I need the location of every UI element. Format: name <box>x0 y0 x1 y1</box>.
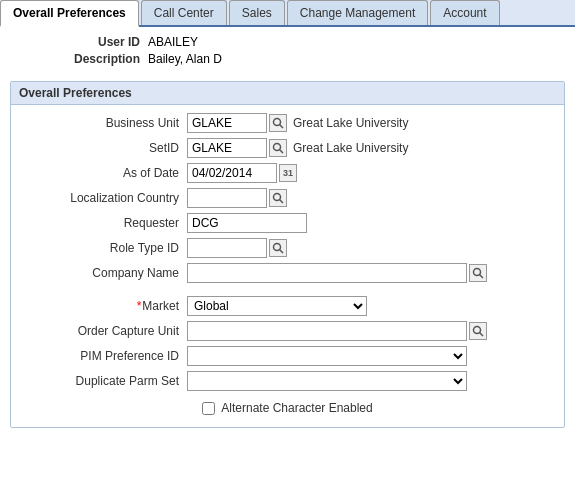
description-row: Description Bailey, Alan D <box>20 52 555 66</box>
tab-bar: Overall Preferences Call Center Sales Ch… <box>0 0 575 27</box>
as-of-date-label: As of Date <box>27 166 187 180</box>
localization-country-lookup-icon[interactable] <box>269 189 287 207</box>
localization-country-input[interactable] <box>187 188 267 208</box>
business-unit-desc: Great Lake University <box>293 116 408 130</box>
localization-country-row: Localization Country <box>27 188 548 208</box>
svg-line-3 <box>280 150 284 154</box>
calendar-icon[interactable]: 31 <box>279 164 297 182</box>
svg-point-0 <box>274 119 281 126</box>
order-capture-unit-label: Order Capture Unit <box>27 324 187 338</box>
svg-point-4 <box>274 194 281 201</box>
setid-input[interactable] <box>187 138 267 158</box>
user-id-value: ABAILEY <box>148 35 198 49</box>
svg-line-1 <box>280 125 284 129</box>
role-type-id-input[interactable] <box>187 238 267 258</box>
pim-preference-id-select[interactable] <box>187 346 467 366</box>
alternate-character-row: Alternate Character Enabled <box>27 401 548 415</box>
svg-line-9 <box>480 275 484 279</box>
company-name-lookup-icon[interactable] <box>469 264 487 282</box>
order-capture-unit-row: Order Capture Unit <box>27 321 548 341</box>
svg-line-11 <box>480 333 484 337</box>
user-id-row: User ID ABAILEY <box>20 35 555 49</box>
company-name-label: Company Name <box>27 266 187 280</box>
role-type-id-lookup-icon[interactable] <box>269 239 287 257</box>
overall-preferences-box: Overall Preferences Business Unit Great … <box>10 81 565 428</box>
description-label: Description <box>20 52 140 66</box>
svg-line-7 <box>280 250 284 254</box>
duplicate-parm-set-select[interactable] <box>187 371 467 391</box>
duplicate-parm-set-label: Duplicate Parm Set <box>27 374 187 388</box>
tab-account[interactable]: Account <box>430 0 499 25</box>
business-unit-lookup-icon[interactable] <box>269 114 287 132</box>
tab-change-management[interactable]: Change Management <box>287 0 428 25</box>
requester-row: Requester <box>27 213 548 233</box>
role-type-id-label: Role Type ID <box>27 241 187 255</box>
requester-label: Requester <box>27 216 187 230</box>
as-of-date-row: As of Date 31 <box>27 163 548 183</box>
svg-point-8 <box>474 269 481 276</box>
duplicate-parm-set-row: Duplicate Parm Set <box>27 371 548 391</box>
alternate-character-label: Alternate Character Enabled <box>221 401 372 415</box>
setid-desc: Great Lake University <box>293 141 408 155</box>
business-unit-label: Business Unit <box>27 116 187 130</box>
header-section: User ID ABAILEY Description Bailey, Alan… <box>0 27 575 75</box>
role-type-id-row: Role Type ID <box>27 238 548 258</box>
order-capture-unit-input[interactable] <box>187 321 467 341</box>
market-label: Market <box>27 299 187 313</box>
business-unit-row: Business Unit Great Lake University <box>27 113 548 133</box>
svg-point-10 <box>474 327 481 334</box>
company-name-row: Company Name <box>27 263 548 283</box>
svg-line-5 <box>280 200 284 204</box>
setid-lookup-icon[interactable] <box>269 139 287 157</box>
user-id-label: User ID <box>20 35 140 49</box>
as-of-date-input[interactable] <box>187 163 277 183</box>
setid-row: SetID Great Lake University <box>27 138 548 158</box>
localization-country-label: Localization Country <box>27 191 187 205</box>
pim-preference-id-label: PIM Preference ID <box>27 349 187 363</box>
business-unit-input[interactable] <box>187 113 267 133</box>
tab-overall-preferences[interactable]: Overall Preferences <box>0 0 139 27</box>
alternate-character-checkbox[interactable] <box>202 402 215 415</box>
svg-point-6 <box>274 244 281 251</box>
company-name-input[interactable] <box>187 263 467 283</box>
setid-label: SetID <box>27 141 187 155</box>
pim-preference-id-row: PIM Preference ID <box>27 346 548 366</box>
prefs-box-title: Overall Preferences <box>11 82 564 105</box>
market-row: Market Global Domestic International <box>27 296 548 316</box>
description-value: Bailey, Alan D <box>148 52 222 66</box>
tab-sales[interactable]: Sales <box>229 0 285 25</box>
tab-call-center[interactable]: Call Center <box>141 0 227 25</box>
requester-input[interactable] <box>187 213 307 233</box>
prefs-content: Business Unit Great Lake University SetI… <box>11 105 564 427</box>
market-select[interactable]: Global Domestic International <box>187 296 367 316</box>
order-capture-unit-lookup-icon[interactable] <box>469 322 487 340</box>
svg-point-2 <box>274 144 281 151</box>
